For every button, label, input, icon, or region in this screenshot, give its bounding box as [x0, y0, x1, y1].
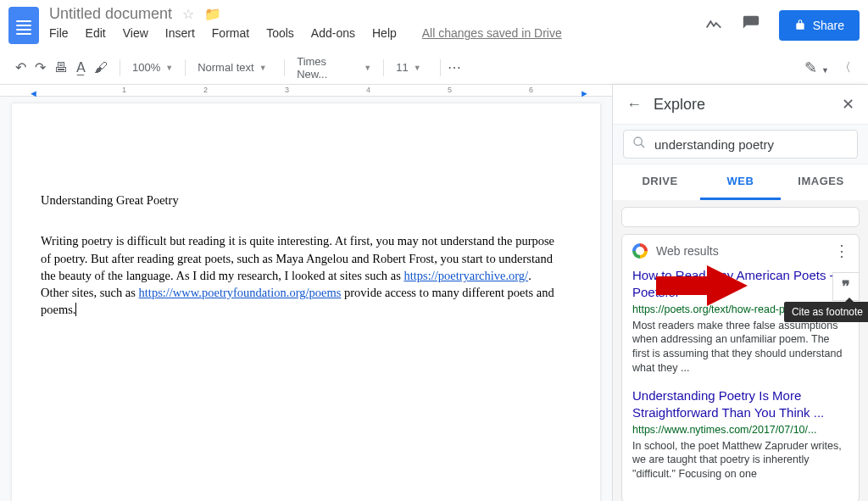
result-snippet: In school, the poet Matthew Zapruder wri…: [632, 439, 849, 482]
explore-back-icon[interactable]: ←: [626, 96, 642, 114]
annotation-arrow: [707, 265, 748, 306]
more-tools-icon[interactable]: ⋯: [448, 59, 461, 75]
document-canvas: ◄ 1 2 3 4 5 6 ► Understanding Great Poet…: [0, 85, 612, 501]
cite-as-footnote-button[interactable]: ❞: [832, 272, 860, 301]
link-poetryarchive[interactable]: https://poetryarchive.org/: [403, 269, 528, 282]
share-button[interactable]: Share: [779, 10, 860, 41]
menu-bar: File Edit View Insert Format Tools Add-o…: [49, 26, 704, 40]
fontsize-dropdown[interactable]: 11▼: [391, 58, 433, 77]
menu-insert[interactable]: Insert: [165, 26, 195, 40]
ruler[interactable]: ◄ 1 2 3 4 5 6 ►: [0, 85, 612, 97]
app-header: Untitled document ☆ 📁 File Edit View Ins…: [0, 0, 868, 51]
document-title[interactable]: Untitled document: [49, 5, 172, 23]
star-icon[interactable]: ☆: [182, 6, 194, 22]
svg-point-0: [634, 137, 642, 145]
font-dropdown[interactable]: Times New...▼: [292, 52, 376, 84]
activity-icon[interactable]: [704, 14, 723, 37]
doc-heading[interactable]: Understanding Great Poetry: [41, 192, 559, 209]
web-results-card: Web results ⋮ ❞ Cite as footnote How to …: [621, 234, 860, 501]
result-snippet: Most readers make three false assumption…: [632, 319, 849, 376]
tab-web[interactable]: WEB: [700, 164, 781, 200]
card-menu-icon[interactable]: ⋮: [834, 248, 849, 254]
docs-logo-icon[interactable]: [8, 7, 39, 44]
menu-view[interactable]: View: [123, 26, 148, 40]
explore-panel: ← Explore ✕ DRIVE WEB IMAGES: [612, 85, 868, 501]
comments-icon[interactable]: [742, 14, 760, 37]
style-dropdown[interactable]: Normal text▼: [192, 58, 277, 77]
menu-tools[interactable]: Tools: [266, 26, 294, 40]
search-result[interactable]: Understanding Poetry Is More Straightfor…: [632, 387, 849, 482]
link-poetryfoundation[interactable]: https://www.poetryfoundation.org/poems: [139, 286, 342, 299]
save-status[interactable]: All changes saved in Drive: [422, 26, 562, 40]
menu-help[interactable]: Help: [372, 26, 397, 40]
collapse-toolbar-icon[interactable]: 〈: [839, 60, 851, 75]
toolbar: ↶ ↷ 🖶 A̲ 🖌 100%▼ Normal text▼ Times New.…: [0, 51, 868, 85]
explore-tabs: DRIVE WEB IMAGES: [613, 164, 868, 200]
explore-title: Explore: [654, 96, 830, 114]
explore-search[interactable]: [623, 130, 858, 159]
tab-drive[interactable]: DRIVE: [620, 164, 700, 200]
paint-format-icon[interactable]: 🖌: [94, 60, 108, 75]
undo-icon[interactable]: ↶: [15, 59, 26, 75]
print-icon[interactable]: 🖶: [54, 60, 68, 75]
share-label: Share: [813, 19, 844, 32]
result-url: https://www.nytimes.com/2017/07/10/...: [632, 424, 849, 436]
explore-results[interactable]: Web results ⋮ ❞ Cite as footnote How to …: [613, 200, 868, 501]
explore-search-input[interactable]: [654, 137, 849, 152]
doc-paragraph[interactable]: Writing poetry is difficult but reading …: [41, 232, 559, 318]
page[interactable]: Understanding Great Poetry Writing poetr…: [12, 103, 600, 501]
redo-icon[interactable]: ↷: [35, 59, 46, 75]
learn-more-strip[interactable]: [621, 207, 860, 227]
menu-addons[interactable]: Add-ons: [311, 26, 355, 40]
tab-images[interactable]: IMAGES: [781, 164, 861, 200]
zoom-dropdown[interactable]: 100%▼: [127, 58, 178, 77]
menu-edit[interactable]: Edit: [86, 26, 106, 40]
move-folder-icon[interactable]: 📁: [204, 6, 221, 22]
explore-close-icon[interactable]: ✕: [842, 95, 854, 114]
web-results-label: Web results: [656, 244, 826, 258]
editing-mode-icon[interactable]: ✎ ▼: [804, 58, 829, 77]
menu-format[interactable]: Format: [212, 26, 249, 40]
google-icon: [632, 243, 648, 259]
result-title[interactable]: Understanding Poetry Is More Straightfor…: [632, 387, 849, 422]
cite-tooltip: Cite as footnote: [784, 302, 868, 322]
menu-file[interactable]: File: [49, 26, 69, 40]
text-cursor: [75, 303, 76, 316]
spellcheck-icon[interactable]: A̲: [76, 59, 86, 75]
search-icon: [632, 136, 646, 153]
lock-icon: [794, 19, 806, 33]
